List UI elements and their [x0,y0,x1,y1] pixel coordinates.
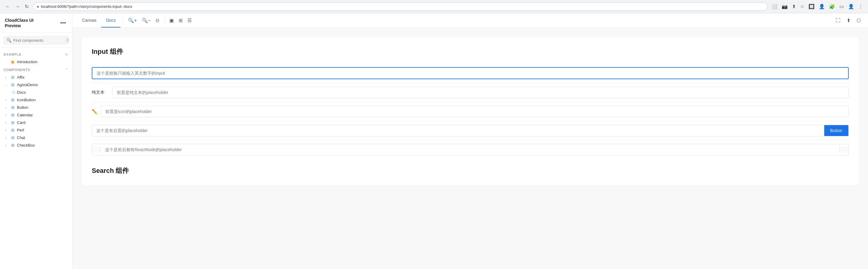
input-both-row [92,144,849,155]
zoom-out-icon: 🔍− [142,18,151,23]
search-input-wrap[interactable]: 🔍 / [4,36,68,45]
sidebar-subitem-docs[interactable]: ⬡ Docs [0,88,72,96]
browser-chrome: ← → ↻ ● localhost:6006/?path=/story/comp… [0,0,868,13]
url-text: localhost:6006/?path=/story/components-i… [41,4,132,9]
sidebar-search: 🔍 / [0,33,72,48]
tab-canvas[interactable]: Canvas [77,13,101,27]
open-new-icon: ⬡ [857,18,861,23]
sidebar-item-perf[interactable]: + ⊞ Perf [0,126,72,134]
search-shortcut: / [66,38,69,42]
sidebar-section-components: COMPONENTS ⌃ [0,65,72,74]
tab-docs[interactable]: Docs [101,13,120,27]
input-validation[interactable] [92,67,849,79]
zoom-reset-button[interactable]: ⊙ [153,16,162,25]
fullscreen-icon: ⛶ [836,18,840,23]
menu-icon[interactable]: ⋮ [857,2,864,10]
address-bar[interactable]: ● localhost:6006/?path=/story/components… [33,2,768,10]
input-both[interactable] [101,144,840,155]
search-section-title: Search 组件 [92,166,849,175]
bookmark-icon[interactable]: ☆ [799,2,806,10]
extension2-icon[interactable]: 👤 [817,2,826,10]
card-icon: ⊞ [10,120,15,125]
both-suffix [840,146,848,153]
profile-icon[interactable]: 👤 [847,2,855,10]
sidebar-subitem-label: Docs [17,90,26,95]
view-list-icon: ☰ [187,18,192,23]
sidebar-item-agorademo[interactable]: − ⊞ AgoraDemo [0,81,72,88]
checkbox-expand-icon: + [5,143,8,147]
new-tab-icon[interactable]: ⬜ [770,2,779,10]
view-list-button[interactable]: ☰ [185,16,194,25]
affix-expand-icon: + [5,76,8,79]
screenshot-icon[interactable]: 📷 [780,2,789,10]
search-input[interactable] [13,38,64,43]
both-prefix [92,146,101,153]
story-inner: Input 组件 纯文本 ✏️ [82,37,858,185]
zoom-out-button[interactable]: 🔍− [140,16,153,25]
sidebar-item-label: CheckBox [17,143,35,147]
share-button[interactable]: ⬆ [844,16,853,25]
sidebar-item-label: Introduction [17,59,37,64]
forward-button[interactable]: → [13,3,22,10]
reload-button[interactable]: ↻ [23,2,30,10]
sidebar-item-label: Chat [17,135,25,140]
sidebar-item-affix[interactable]: + ⊞ Affix [0,74,72,81]
share-icon[interactable]: ⬆ [791,2,797,10]
sidebar-item-introduction[interactable]: ▣ Introduction [0,58,72,65]
sidebar-item-button[interactable]: + ⊞ Button [0,104,72,111]
sidebar-item-checkbox[interactable]: + ⊞ CheckBox [0,141,72,149]
sidebar-item-label: Calendar [17,113,33,117]
zoom-in-button[interactable]: 🔍+ [126,16,139,25]
sidebar-content: EXAMPLE ✕ ▣ Introduction COMPONENTS ⌃ + … [0,48,72,269]
sidebar-item-label: Card [17,120,25,125]
sidebar-item-chat[interactable]: + ⊞ Chat [0,134,72,141]
view-grid-button[interactable]: ⊞ [176,16,185,25]
checkbox-icon: ⊞ [10,143,15,147]
view-grid-icon: ⊞ [179,18,183,23]
prefix-text-label: 纯文本 [92,90,110,95]
extension1-icon[interactable]: 🔲 [807,2,816,10]
search-icon: 🔍 [6,38,11,43]
open-new-button[interactable]: ⬡ [854,16,863,25]
sidebar-section-example: EXAMPLE ✕ [0,50,72,58]
story-content: Input 组件 纯文本 ✏️ [72,28,868,269]
affix-icon: ⊞ [10,75,15,80]
nav-buttons: ← → ↻ [4,2,30,10]
sidebar-toggle-icon[interactable]: ▭ [838,2,845,10]
input-row-suffix-button: Button [92,121,849,140]
share-icon: ⬆ [846,18,850,23]
sidebar-logo: CloudClass UI Preview [5,18,33,28]
sidebar-item-label: AgoraDemo [17,82,38,87]
input-section-title: Input 组件 [92,47,849,56]
sidebar-header: CloudClass UI Preview ••• [0,13,72,33]
sidebar-item-card[interactable]: + ⊞ Card [0,119,72,126]
section-example-toggle[interactable]: ✕ [65,52,68,57]
input-suffix[interactable] [92,125,824,136]
zoom-in-icon: 🔍+ [128,18,137,23]
sidebar-item-label: Affix [17,75,25,80]
back-button[interactable]: ← [4,3,12,10]
calendar-icon: ⊞ [10,113,15,117]
docs-icon: ⬡ [12,90,15,94]
sidebar-item-calendar[interactable]: + ⊞ Calendar [0,111,72,119]
input-row-validation [92,63,849,83]
toolbar-divider-2 [164,18,164,24]
input-prefix-icon[interactable] [101,106,849,117]
calendar-expand-icon: + [5,113,8,117]
input-row-prefix-text: 纯文本 [92,83,849,102]
input-prefix-text[interactable] [112,87,849,98]
sidebar-menu-button[interactable]: ••• [59,19,67,27]
fullscreen-button[interactable]: ⛶ [833,16,843,25]
extension3-icon[interactable]: 🧩 [828,2,836,10]
chat-icon: ⊞ [10,135,15,140]
iconbutton-icon: ⊞ [10,98,15,102]
input-suffix-row: Button [92,125,849,136]
toolbar: Canvas Docs 🔍+ 🔍− ⊙ ▣ ⊞ ☰ [72,13,868,28]
suffix-button[interactable]: Button [824,125,848,136]
section-components-toggle[interactable]: ⌃ [65,68,68,72]
agorademo-expand-icon: − [5,83,8,87]
view-single-button[interactable]: ▣ [167,16,176,25]
introduction-icon: ▣ [10,59,15,64]
section-example-label: EXAMPLE [4,53,22,56]
sidebar-item-iconbutton[interactable]: + ⊞ IconButton [0,96,72,104]
